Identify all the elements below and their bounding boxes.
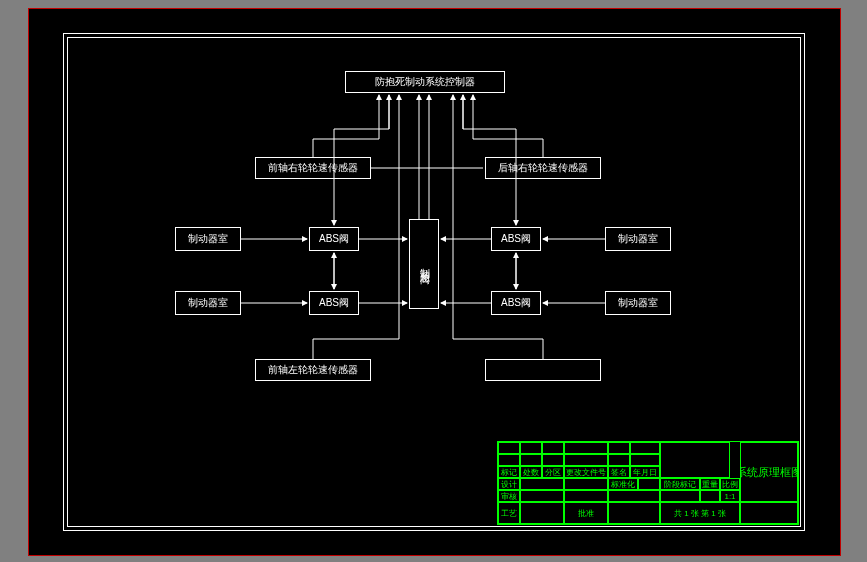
hdr-4: 签名 [608, 466, 630, 478]
box-abs-1: ABS阀 [309, 227, 359, 251]
hdr-5: 年月日 [630, 466, 660, 478]
box-brake-4: 制动器室 [605, 291, 671, 315]
label-sensor-fl: 前轴左轮轮速传感器 [268, 364, 358, 376]
box-sensor-fl: 前轴左轮轮速传感器 [255, 359, 371, 381]
weight-label: 重量 [700, 478, 720, 490]
box-sensor-rl [485, 359, 601, 381]
title-block: 标记 处数 分区 更改文件号 签名 年月日 设计 标准化 审核 工艺 批准 阶段… [497, 441, 799, 525]
box-sensor-rr: 后轴右轮轮速传感器 [485, 157, 601, 179]
box-abs-2: ABS阀 [491, 227, 541, 251]
label-brake-4: 制动器室 [618, 297, 658, 309]
box-controller: 防抱死制动系统控制器 [345, 71, 505, 93]
box-brake-2: 制动器室 [605, 227, 671, 251]
hdr-3: 更改文件号 [564, 466, 608, 478]
box-brake-3: 制动器室 [175, 291, 241, 315]
label-abs-3: ABS阀 [319, 297, 349, 309]
box-abs-3: ABS阀 [309, 291, 359, 315]
hdr-1: 处数 [520, 466, 542, 478]
r4-3: 批准 [564, 502, 608, 524]
label-sensor-fr: 前轴右轮轮速传感器 [268, 162, 358, 174]
r3-0: 审核 [498, 490, 520, 502]
hdr-0: 标记 [498, 466, 520, 478]
scale-value: 1:1 [720, 490, 740, 502]
sheet-label: 共 1 张 第 1 张 [660, 502, 740, 524]
label-abs-4: ABS阀 [501, 297, 531, 309]
box-center-valve: 制动总阀 [409, 219, 439, 309]
label-abs-1: ABS阀 [319, 233, 349, 245]
stage-label: 阶段标记 [660, 478, 700, 490]
box-brake-1: 制动器室 [175, 227, 241, 251]
cad-canvas: 防抱死制动系统控制器 前轴右轮轮速传感器 后轴右轮轮速传感器 制动器室 ABS阀… [28, 8, 841, 556]
r4-0: 工艺 [498, 502, 520, 524]
hdr-2: 分区 [542, 466, 564, 478]
label-brake-2: 制动器室 [618, 233, 658, 245]
drawing-title: 系统原理框图 [740, 442, 798, 502]
label-sensor-rr: 后轴右轮轮速传感器 [498, 162, 588, 174]
r2-0: 设计 [498, 478, 520, 490]
label-center-valve: 制动总阀 [418, 260, 430, 268]
box-abs-4: ABS阀 [491, 291, 541, 315]
r2-4: 标准化 [608, 478, 638, 490]
scale-label: 比例 [720, 478, 740, 490]
label-abs-2: ABS阀 [501, 233, 531, 245]
label-brake-3: 制动器室 [188, 297, 228, 309]
box-sensor-fr: 前轴右轮轮速传感器 [255, 157, 371, 179]
label-brake-1: 制动器室 [188, 233, 228, 245]
label-controller: 防抱死制动系统控制器 [375, 76, 475, 88]
